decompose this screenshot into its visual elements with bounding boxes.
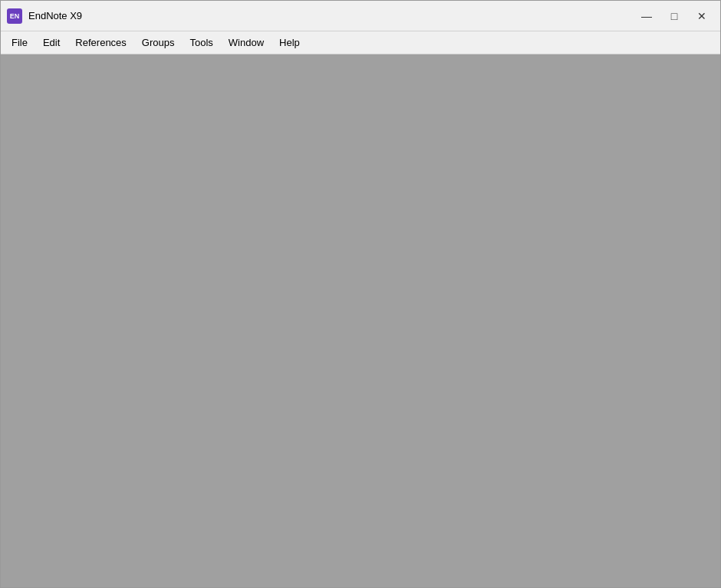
close-button[interactable]: ✕ (690, 6, 714, 26)
maximize-button[interactable]: □ (662, 6, 686, 26)
title-bar-left: EN EndNote X9 (7, 8, 82, 24)
window-controls: — □ ✕ (634, 6, 714, 26)
window-title: EndNote X9 (28, 10, 82, 21)
menu-item-file[interactable]: File (4, 34, 35, 52)
menu-item-groups[interactable]: Groups (134, 34, 183, 52)
menu-item-help[interactable]: Help (272, 34, 308, 52)
main-content-area (1, 54, 720, 587)
menu-item-references[interactable]: References (67, 34, 133, 52)
menu-bar: File Edit References Groups Tools Window… (1, 31, 720, 54)
menu-item-window[interactable]: Window (221, 34, 272, 52)
menu-item-edit[interactable]: Edit (35, 34, 67, 52)
app-icon: EN (7, 8, 22, 24)
title-bar: EN EndNote X9 — □ ✕ (1, 1, 720, 31)
menu-item-tools[interactable]: Tools (182, 34, 220, 52)
main-window: EN EndNote X9 — □ ✕ File Edit References… (0, 0, 721, 588)
minimize-button[interactable]: — (634, 6, 659, 26)
